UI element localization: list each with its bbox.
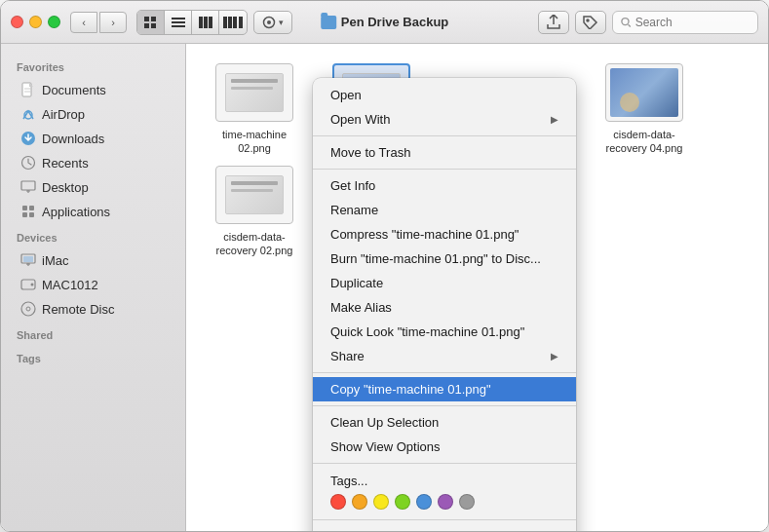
file-item-cisdem02[interactable]: cisdem-data-recovery 02.png [206,166,303,258]
svg-line-18 [629,24,631,26]
svg-rect-28 [22,206,27,210]
menu-compress-label: Compress "time-machine 01.png" [330,227,519,242]
menu-cleanup-label: Clean Up Selection [330,415,439,430]
svg-point-16 [587,19,589,21]
menu-divider-5 [313,463,576,464]
svg-marker-13 [239,17,243,28]
airdrop-icon [20,106,36,122]
menu-item-open-with[interactable]: Open With ▶ [313,107,576,132]
recents-label: Recents [42,156,89,171]
file-area: time-machine02.png time-machine01.png ci… [186,44,768,531]
maximize-button[interactable] [48,16,60,28]
sidebar-item-remote-disc[interactable]: Remote Disc [5,297,181,321]
menu-divider-3 [313,372,576,373]
menu-item-rename[interactable]: Rename [313,198,576,222]
svg-rect-31 [29,212,34,217]
menu-item-view-options[interactable]: Show View Options [313,435,576,459]
minimize-button[interactable] [29,16,42,28]
menu-burn-label: Burn "time-machine 01.png" to Disc... [330,251,541,266]
file-thumbnail-cisdem04 [605,63,683,122]
sidebar-item-airdrop[interactable]: AirDrop [5,102,181,126]
documents-icon [20,82,36,97]
icon-view-button[interactable] [137,11,165,34]
applications-label: Applications [42,205,110,219]
menu-open-with-label: Open With [330,112,390,127]
menu-divider-6 [313,519,576,520]
tag-dot-red[interactable] [330,494,346,510]
desktop-icon [20,179,36,195]
mac1012-label: MAC1012 [42,278,98,292]
menu-item-duplicate[interactable]: Duplicate [313,271,576,295]
list-view-button[interactable] [165,11,192,34]
file-item-tm02[interactable]: time-machine02.png [206,63,303,156]
svg-rect-8 [204,17,208,28]
close-button[interactable] [11,16,23,28]
menu-copy-label: Copy "time-machine 01.png" [330,382,491,397]
share-arrow-icon: ▶ [551,351,558,361]
open-with-arrow-icon: ▶ [551,114,558,125]
menu-make-alias-label: Make Alias [330,300,392,315]
tags-menu-label[interactable]: Tags... [330,474,558,488]
menu-item-burn[interactable]: Burn "time-machine 01.png" to Disc... [313,247,576,271]
svg-rect-9 [209,17,212,28]
file-item-cisdem04[interactable]: cisdem-data-recovery 04.png [596,63,693,156]
sidebar-item-mac1012[interactable]: MAC1012 [5,273,181,296]
downloads-icon [20,131,36,146]
sidebar-item-documents[interactable]: Documents [5,78,181,101]
search-icon [621,17,632,28]
column-view-button[interactable] [192,11,219,34]
back-icon: ‹ [82,17,86,28]
menu-item-copy[interactable]: Copy "time-machine 01.png" [313,377,576,401]
menu-share-label: Share [330,349,365,363]
svg-rect-2 [144,23,149,28]
favorites-section-title: Favorites [1,54,185,77]
share-button[interactable] [538,11,569,34]
remote-disc-label: Remote Disc [42,302,114,317]
menu-duplicate-label: Duplicate [330,276,383,290]
menu-item-get-info[interactable]: Get Info [313,173,576,198]
menu-item-cleanup[interactable]: Clean Up Selection [313,410,576,435]
menu-item-quick-look[interactable]: Quick Look "time-machine 01.png" [313,320,576,344]
tags-section-title: Tags [1,345,185,368]
cover-view-button[interactable] [219,11,247,34]
menu-item-compress[interactable]: Compress "time-machine 01.png" [313,222,576,247]
forward-button[interactable]: › [99,12,127,33]
window-title: Pen Drive Backup [341,15,449,29]
sidebar-item-imac[interactable]: iMac [5,248,181,272]
menu-item-open[interactable]: Open [313,83,576,107]
file-name-cisdem02: cisdem-data-recovery 02.png [216,230,293,258]
sidebar-item-desktop[interactable]: Desktop [5,175,181,199]
tag-dot-orange[interactable] [352,494,367,510]
back-button[interactable]: ‹ [70,12,97,33]
svg-rect-3 [151,23,156,28]
forward-icon: › [111,17,115,28]
svg-rect-25 [21,181,35,190]
sidebar-item-downloads[interactable]: Downloads [5,127,181,150]
desktop-label: Desktop [42,180,89,195]
menu-rename-label: Rename [330,203,378,217]
search-input[interactable] [635,16,750,29]
menu-view-options-label: Show View Options [330,439,441,454]
menu-move-trash-label: Move to Trash [330,145,410,160]
airdrop-label: AirDrop [42,107,85,122]
folder-icon [321,16,336,29]
recents-icon [20,155,36,171]
sidebar-item-recents[interactable]: Recents [5,151,181,174]
tag-dot-teal[interactable] [416,494,432,510]
arrange-button[interactable]: ▾ [253,11,292,34]
tag-dot-gray[interactable] [459,494,475,510]
menu-item-share[interactable]: Share ▶ [313,344,576,368]
tag-dot-yellow[interactable] [373,494,389,510]
tags-section: Tags... [313,468,576,515]
imac-icon [20,252,36,268]
tag-button[interactable] [575,11,606,34]
menu-item-move-trash[interactable]: Move to Trash [313,140,576,165]
menu-item-services[interactable]: Services ▶ [313,524,576,531]
tag-dot-green[interactable] [395,494,410,510]
sidebar-item-applications[interactable]: Applications [5,200,181,223]
svg-point-15 [267,20,271,24]
menu-item-make-alias[interactable]: Make Alias [313,295,576,320]
applications-icon [20,204,36,219]
tag-dot-purple[interactable] [438,494,453,510]
svg-point-37 [31,284,34,286]
